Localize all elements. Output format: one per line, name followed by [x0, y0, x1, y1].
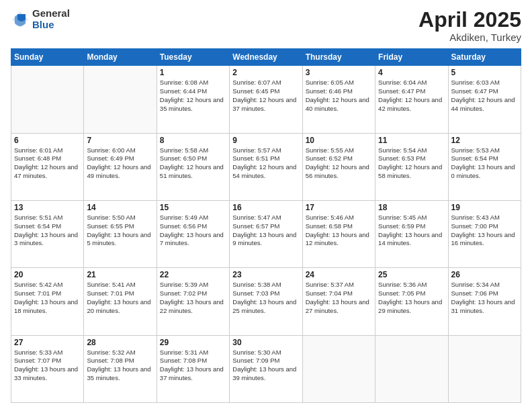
cell-content: Sunrise: 5:37 AM Sunset: 7:04 PM Dayligh…: [306, 281, 372, 315]
page: General Blue April 2025 Akdiken, Turkey …: [0, 0, 532, 411]
cell-content: Sunrise: 6:08 AM Sunset: 6:44 PM Dayligh…: [160, 79, 226, 113]
day-number: 13: [14, 203, 81, 212]
table-row: 5Sunrise: 6:03 AM Sunset: 6:47 PM Daylig…: [448, 66, 521, 133]
cell-content: Sunrise: 6:05 AM Sunset: 6:46 PM Dayligh…: [306, 79, 372, 113]
day-number: 18: [378, 203, 445, 212]
calendar-table: Sunday Monday Tuesday Wednesday Thursday…: [11, 48, 521, 403]
table-row: 27Sunrise: 5:33 AM Sunset: 7:07 PM Dayli…: [11, 335, 84, 402]
cell-content: Sunrise: 5:42 AM Sunset: 7:01 PM Dayligh…: [14, 281, 81, 315]
table-row: 17Sunrise: 5:46 AM Sunset: 6:58 PM Dayli…: [302, 200, 375, 267]
table-row: 9Sunrise: 5:57 AM Sunset: 6:51 PM Daylig…: [230, 133, 302, 200]
cell-content: Sunrise: 6:03 AM Sunset: 6:47 PM Dayligh…: [451, 79, 518, 113]
table-row: 22Sunrise: 5:39 AM Sunset: 7:02 PM Dayli…: [157, 268, 229, 335]
day-number: 1: [160, 68, 226, 77]
cell-content: Sunrise: 5:39 AM Sunset: 7:02 PM Dayligh…: [160, 281, 226, 315]
day-number: 29: [160, 338, 226, 347]
col-friday: Friday: [375, 49, 448, 66]
table-row: 30Sunrise: 5:30 AM Sunset: 7:09 PM Dayli…: [230, 335, 302, 402]
table-row: 18Sunrise: 5:45 AM Sunset: 6:59 PM Dayli…: [375, 200, 448, 267]
day-number: 7: [87, 136, 153, 145]
table-row: 16Sunrise: 5:47 AM Sunset: 6:57 PM Dayli…: [230, 200, 302, 267]
cell-content: Sunrise: 5:38 AM Sunset: 7:03 PM Dayligh…: [232, 281, 299, 315]
table-row: 11Sunrise: 5:54 AM Sunset: 6:53 PM Dayli…: [375, 133, 448, 200]
title-block: April 2025 Akdiken, Turkey: [418, 8, 521, 43]
col-thursday: Thursday: [302, 49, 375, 66]
day-number: 20: [14, 270, 81, 279]
day-number: 26: [451, 270, 518, 279]
col-wednesday: Wednesday: [230, 49, 302, 66]
calendar-week-row: 13Sunrise: 5:51 AM Sunset: 6:54 PM Dayli…: [11, 200, 521, 267]
cell-content: Sunrise: 6:01 AM Sunset: 6:48 PM Dayligh…: [14, 146, 81, 181]
cell-content: Sunrise: 5:34 AM Sunset: 7:06 PM Dayligh…: [451, 281, 518, 315]
table-row: 23Sunrise: 5:38 AM Sunset: 7:03 PM Dayli…: [230, 268, 302, 335]
day-number: 17: [306, 203, 372, 212]
table-row: 29Sunrise: 5:31 AM Sunset: 7:08 PM Dayli…: [157, 335, 229, 402]
day-number: 30: [232, 338, 299, 347]
cell-content: Sunrise: 5:31 AM Sunset: 7:08 PM Dayligh…: [160, 349, 226, 383]
day-number: 4: [378, 68, 445, 77]
table-row: 14Sunrise: 5:50 AM Sunset: 6:55 PM Dayli…: [84, 200, 157, 267]
cell-content: Sunrise: 5:50 AM Sunset: 6:55 PM Dayligh…: [87, 214, 153, 248]
table-row: 2Sunrise: 6:07 AM Sunset: 6:45 PM Daylig…: [230, 66, 302, 133]
day-number: 24: [306, 270, 372, 279]
cell-content: Sunrise: 5:36 AM Sunset: 7:05 PM Dayligh…: [378, 281, 445, 315]
col-sunday: Sunday: [11, 49, 84, 66]
logo-text: General Blue: [32, 8, 70, 30]
day-number: 3: [306, 68, 372, 77]
cell-content: Sunrise: 5:47 AM Sunset: 6:57 PM Dayligh…: [232, 214, 299, 248]
col-saturday: Saturday: [448, 49, 521, 66]
table-row: 19Sunrise: 5:43 AM Sunset: 7:00 PM Dayli…: [448, 200, 521, 267]
day-number: 21: [87, 270, 153, 279]
day-number: 9: [232, 136, 299, 145]
title-month: April 2025: [418, 8, 521, 32]
cell-content: Sunrise: 5:54 AM Sunset: 6:53 PM Dayligh…: [378, 146, 445, 181]
table-row: 25Sunrise: 5:36 AM Sunset: 7:05 PM Dayli…: [375, 268, 448, 335]
day-number: 14: [87, 203, 153, 212]
day-number: 5: [451, 68, 518, 77]
cell-content: Sunrise: 5:58 AM Sunset: 6:50 PM Dayligh…: [160, 146, 226, 181]
cell-content: Sunrise: 5:45 AM Sunset: 6:59 PM Dayligh…: [378, 214, 445, 248]
day-number: 22: [160, 270, 226, 279]
cell-content: Sunrise: 6:00 AM Sunset: 6:49 PM Dayligh…: [87, 146, 153, 181]
day-number: 11: [378, 136, 445, 145]
cell-content: Sunrise: 5:41 AM Sunset: 7:01 PM Dayligh…: [87, 281, 153, 315]
header: General Blue April 2025 Akdiken, Turkey: [11, 8, 521, 43]
col-monday: Monday: [84, 49, 157, 66]
title-location: Akdiken, Turkey: [418, 32, 521, 43]
day-number: 28: [87, 338, 153, 347]
cell-content: Sunrise: 5:49 AM Sunset: 6:56 PM Dayligh…: [160, 214, 226, 248]
calendar-week-row: 27Sunrise: 5:33 AM Sunset: 7:07 PM Dayli…: [11, 335, 521, 402]
table-row: [84, 66, 157, 133]
col-tuesday: Tuesday: [157, 49, 229, 66]
cell-content: Sunrise: 5:57 AM Sunset: 6:51 PM Dayligh…: [232, 146, 299, 181]
day-number: 16: [232, 203, 299, 212]
table-row: 28Sunrise: 5:32 AM Sunset: 7:08 PM Dayli…: [84, 335, 157, 402]
day-number: 25: [378, 270, 445, 279]
table-row: 12Sunrise: 5:53 AM Sunset: 6:54 PM Dayli…: [448, 133, 521, 200]
table-row: 21Sunrise: 5:41 AM Sunset: 7:01 PM Dayli…: [84, 268, 157, 335]
table-row: [448, 335, 521, 402]
table-row: 10Sunrise: 5:55 AM Sunset: 6:52 PM Dayli…: [302, 133, 375, 200]
cell-content: Sunrise: 6:04 AM Sunset: 6:47 PM Dayligh…: [378, 79, 445, 113]
table-row: 13Sunrise: 5:51 AM Sunset: 6:54 PM Dayli…: [11, 200, 84, 267]
cell-content: Sunrise: 5:33 AM Sunset: 7:07 PM Dayligh…: [14, 349, 81, 383]
cell-content: Sunrise: 5:32 AM Sunset: 7:08 PM Dayligh…: [87, 349, 153, 383]
logo: General Blue: [11, 8, 70, 30]
table-row: [302, 335, 375, 402]
day-number: 12: [451, 136, 518, 145]
calendar-week-row: 20Sunrise: 5:42 AM Sunset: 7:01 PM Dayli…: [11, 268, 521, 335]
table-row: 20Sunrise: 5:42 AM Sunset: 7:01 PM Dayli…: [11, 268, 84, 335]
table-row: [375, 335, 448, 402]
table-row: 8Sunrise: 5:58 AM Sunset: 6:50 PM Daylig…: [157, 133, 229, 200]
calendar-week-row: 6Sunrise: 6:01 AM Sunset: 6:48 PM Daylig…: [11, 133, 521, 200]
table-row: 6Sunrise: 6:01 AM Sunset: 6:48 PM Daylig…: [11, 133, 84, 200]
day-number: 19: [451, 203, 518, 212]
cell-content: Sunrise: 6:07 AM Sunset: 6:45 PM Dayligh…: [232, 79, 299, 113]
table-row: 1Sunrise: 6:08 AM Sunset: 6:44 PM Daylig…: [157, 66, 229, 133]
day-number: 10: [306, 136, 372, 145]
logo-blue-text: Blue: [32, 19, 70, 31]
logo-general-text: General: [32, 8, 70, 19]
table-row: [11, 66, 84, 133]
table-row: 7Sunrise: 6:00 AM Sunset: 6:49 PM Daylig…: [84, 133, 157, 200]
cell-content: Sunrise: 5:46 AM Sunset: 6:58 PM Dayligh…: [306, 214, 372, 248]
